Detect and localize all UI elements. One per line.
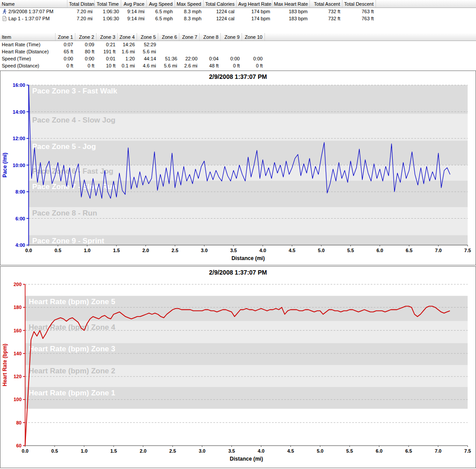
y-tick-label: 6:00 <box>15 216 25 221</box>
cell: 1:06:30 <box>94 8 121 15</box>
cell: 0:00 <box>55 55 75 62</box>
column-header[interactable]: Total Ascent <box>309 0 342 8</box>
x-tick-label: 4.0 <box>258 448 264 454</box>
cell: 1:06:30 <box>94 15 121 22</box>
zone-label: Heart Rate (bpm) Zone 3 <box>29 345 115 353</box>
column-header[interactable]: Avg Pace <box>121 0 146 8</box>
column-header: Zone 3 <box>96 33 117 41</box>
cell: 7.20 mi <box>67 15 94 22</box>
column-header: Zone 4 <box>117 33 137 41</box>
x-tick-label: 5.5 <box>346 448 353 454</box>
cell: 0:07 <box>55 41 75 48</box>
column-header[interactable]: Avg Heart Rate <box>236 0 272 8</box>
zone-label: Heart Rate (bpm) Zone 1 <box>29 389 115 397</box>
y-tick-label: 80 <box>16 420 22 425</box>
y-tick-label: 10:00 <box>13 163 25 168</box>
row-label: Heart Rate (Distance) <box>2 49 48 54</box>
column-header: Zone 2 <box>75 33 96 41</box>
table-row[interactable]: Speed (Time)0:000:000:011:2044:1451:3622… <box>0 55 476 62</box>
zone-label: Heart Rate (bpm) Zone 4 <box>29 323 115 331</box>
heart-rate-chart[interactable]: Heart Rate (bpm) Zone 5Heart Rate (bpm) … <box>0 267 476 468</box>
x-tick-label: 5.5 <box>347 248 354 253</box>
cell: 51:36 <box>158 55 179 62</box>
lap-icon <box>2 16 7 21</box>
cell: 48 ft <box>199 62 220 69</box>
table-row[interactable]: Speed (Distance)0 ft0 ft10 ft0.1 mi4.6 m… <box>0 62 476 69</box>
cell <box>179 48 199 55</box>
x-tick-label: 6.0 <box>376 448 383 454</box>
x-tick-label: 2.0 <box>142 248 149 253</box>
table-row[interactable]: Heart Rate (Distance)65 ft80 ft191 ft1.6… <box>0 48 476 55</box>
y-tick-label: 8:00 <box>15 189 25 194</box>
cell: 14:26 <box>117 41 137 48</box>
column-header[interactable]: Total Distance <box>67 0 94 8</box>
zone-label: Pace Zone 8 - Run <box>32 209 97 217</box>
table-row[interactable]: 2/9/2008 1:37:07 PM7.20 mi1:06:309:14 /m… <box>0 8 476 15</box>
column-header[interactable]: Total Time <box>94 0 121 8</box>
x-tick-label: 1.0 <box>81 448 87 454</box>
x-tick-label: 0.0 <box>22 448 28 454</box>
cell <box>242 48 264 55</box>
row-label: Speed (Time) <box>2 56 31 61</box>
cell: 0 ft <box>55 62 75 69</box>
x-tick-label: 6.0 <box>376 248 383 253</box>
summary-header-row: NameTotal DistanceTotal TimeAvg PaceAvg … <box>0 0 476 8</box>
y-tick-label: 120 <box>14 374 22 379</box>
cell: 8.3 mph <box>175 8 203 15</box>
cell: 174 bpm <box>236 8 272 15</box>
cell: 44:14 <box>137 55 158 62</box>
x-tick-label: 7.5 <box>464 248 471 253</box>
cell: 10 ft <box>96 62 117 69</box>
column-header[interactable]: Max Speed <box>175 0 203 8</box>
column-header[interactable]: Total Descent <box>342 0 376 8</box>
summary-table: NameTotal DistanceTotal TimeAvg PaceAvg … <box>0 0 476 22</box>
x-tick-label: 3.0 <box>201 248 208 253</box>
table-row[interactable]: Heart Rate (Time)0:070:090:2114:2652:29 <box>0 41 476 48</box>
cell <box>220 41 242 48</box>
row-label: Heart Rate (Time) <box>2 42 41 47</box>
cell: 6.5 mph <box>146 15 175 22</box>
cell: 2.6 mi <box>179 62 199 69</box>
column-header: Item <box>0 33 55 41</box>
y-axis-title: Pace (/mi) <box>2 153 8 178</box>
column-header: Zone 9 <box>220 33 242 41</box>
x-tick-label: 3.0 <box>199 448 205 454</box>
column-header[interactable]: Avg Speed <box>146 0 175 8</box>
cell: 0:09 <box>75 41 96 48</box>
zone-label: Heart Rate (bpm) Zone 2 <box>29 367 115 375</box>
y-tick-label: 4:00 <box>15 242 25 248</box>
column-header[interactable]: Total Calories <box>203 0 236 8</box>
pace-chart-panel: Pace Zone 3 - Fast WalkPace Zone 4 - Slo… <box>0 71 476 265</box>
table-row[interactable]: Lap 1 - 1:37:07 PM7.20 mi1:06:309:14 /mi… <box>0 15 476 22</box>
zone-label: Pace Zone 9 - Sprint <box>32 237 104 245</box>
cell <box>199 48 220 55</box>
cell <box>158 48 179 55</box>
chart-title: 2/9/2008 1:37:07 PM <box>0 269 476 276</box>
cell: 1224 cal <box>203 8 236 15</box>
cell: 6.5 mph <box>146 8 175 15</box>
x-tick-label: 5.0 <box>318 248 324 253</box>
y-tick-label: 14:00 <box>13 109 25 115</box>
zone-label: Pace Zone 4 - Slow Jog <box>32 116 115 124</box>
cell: 0:01 <box>96 55 117 62</box>
row-label: 2/9/2008 1:37:07 PM <box>8 9 53 14</box>
cell: 0:00 <box>242 55 264 62</box>
cell: 0:00 <box>75 55 96 62</box>
cell: 191 ft <box>96 48 117 55</box>
row-label: Lap 1 - 1:37:07 PM <box>8 16 50 21</box>
column-header[interactable]: Max Heart Rate <box>272 0 309 8</box>
cell: 4.6 mi <box>137 62 158 69</box>
cell: 183 bpm <box>272 8 309 15</box>
pace-chart[interactable]: Pace Zone 3 - Fast WalkPace Zone 4 - Slo… <box>0 71 476 265</box>
y-tick-label: 200 <box>14 282 22 287</box>
y-axis-title: Heart Rate (bpm) <box>2 344 8 387</box>
cell: 763 ft <box>342 8 376 15</box>
x-tick-label: 2.5 <box>169 448 176 454</box>
column-header: Zone 5 <box>137 33 158 41</box>
column-header: Zone 1 <box>55 33 75 41</box>
zone-label: Heart Rate (bpm) Zone 5 <box>29 298 115 306</box>
column-header[interactable]: Name <box>0 0 67 8</box>
y-tick-label: 100 <box>14 397 22 402</box>
cell: 9:14 /mi <box>121 8 146 15</box>
x-tick-label: 5.0 <box>317 448 324 454</box>
